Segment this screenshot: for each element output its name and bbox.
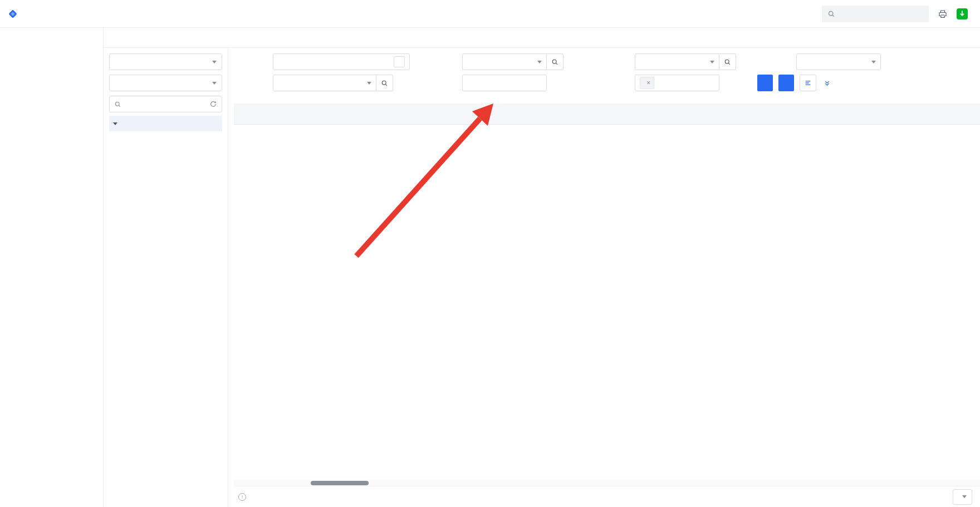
scope-field [234,75,423,91]
scrollbar-thumb[interactable] [311,481,369,485]
remove-tag-icon[interactable]: × [646,79,650,87]
add-keyword-field-button[interactable] [394,56,405,67]
page-size-select[interactable] [953,489,972,505]
account-icon [957,8,968,19]
search-icon [827,10,835,18]
printer-icon[interactable] [938,9,948,19]
category-type-select[interactable] [109,75,222,91]
account-menu[interactable] [957,8,972,19]
chevron-down-icon [212,61,217,63]
table-footer: ! [234,486,980,507]
search-icon [114,101,121,108]
scope-search-button[interactable] [376,75,393,91]
topnav-right [822,6,972,22]
chevron-down-icon [710,61,714,63]
dept-field [596,53,757,70]
status-input[interactable]: × [635,75,719,91]
column-settings-button[interactable] [800,75,816,91]
keyword-field [234,53,423,70]
tag-select[interactable] [796,53,881,70]
global-search-input[interactable] [839,10,917,18]
keyword-input[interactable] [273,53,410,70]
content-row: × [104,48,980,507]
horizontal-scrollbar[interactable] [234,480,980,486]
type-select[interactable] [462,75,547,91]
dept-search-button[interactable] [719,53,736,70]
dept-select[interactable] [635,53,719,70]
logo-icon [7,8,19,20]
query-button[interactable] [757,75,773,91]
pagination [937,489,972,505]
global-search[interactable] [822,6,929,22]
body-row: × [0,28,980,507]
brand-field [423,53,596,70]
table-header [234,104,980,125]
status-field: × [596,75,757,91]
brand-select[interactable] [462,53,547,70]
sidebar-bottom-group [0,491,103,503]
reset-button[interactable] [778,75,794,91]
content: × [104,28,980,507]
sidebar [0,28,104,507]
category-panel [104,48,228,507]
status-tag: × [640,77,654,89]
refresh-icon[interactable] [209,100,217,108]
archive-type-select[interactable] [109,53,222,70]
app-logo[interactable] [7,8,105,20]
chevron-down-icon [871,61,876,63]
type-field [423,75,596,91]
brand-search-button[interactable] [547,53,564,70]
selection-info-icon: ! [238,493,246,501]
sidebar-section-label [0,491,103,503]
table-body [234,125,980,480]
product-table [234,104,980,486]
tag-field [757,53,980,70]
chevron-down-icon [113,122,117,125]
filter-bar: × [234,53,980,91]
app-root: × [0,0,980,507]
chevron-down-icon [212,82,217,85]
filter-actions [757,75,980,91]
category-tree [109,116,222,507]
tree-root-all-categories[interactable] [109,116,222,131]
main-panel: × [228,48,980,507]
scope-select[interactable] [273,75,376,91]
open-tabs-bar [104,28,980,48]
chevron-down-icon [962,495,967,498]
double-chevron-down-icon [824,80,830,86]
top-navbar [0,0,980,28]
chevron-down-icon [367,82,371,85]
category-search[interactable] [109,96,222,112]
advanced-search-button[interactable] [822,80,830,86]
chevron-down-icon [537,61,542,63]
